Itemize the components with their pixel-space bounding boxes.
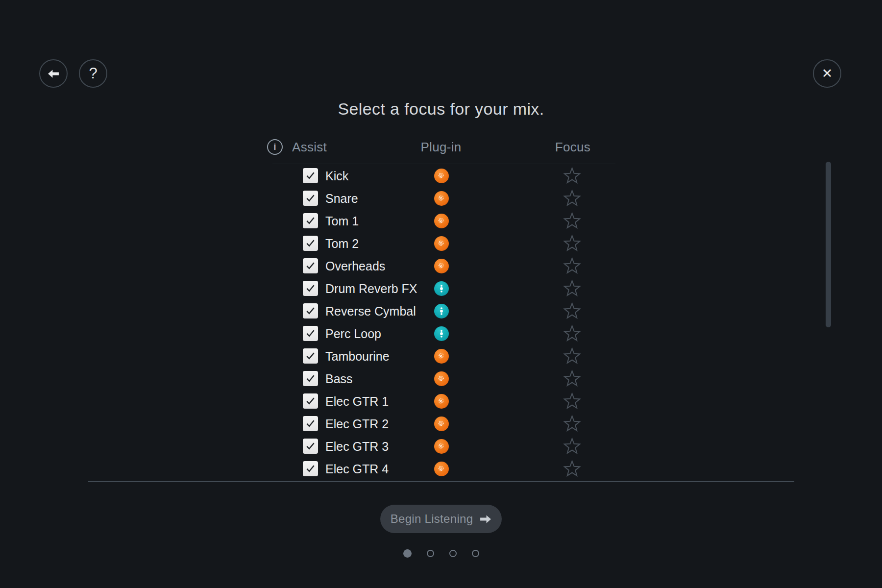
checkmark-icon <box>305 350 316 362</box>
focus-star-icon[interactable] <box>563 212 581 230</box>
info-icon[interactable]: i <box>267 139 283 155</box>
orange-dots-plugin-icon[interactable] <box>434 191 449 206</box>
help-button[interactable]: ? <box>79 59 107 88</box>
begin-listening-button[interactable]: Begin Listening <box>380 505 502 533</box>
orange-dots-plugin-icon[interactable] <box>434 439 449 454</box>
focus-star-icon[interactable] <box>563 234 581 252</box>
track-checkbox[interactable] <box>303 326 318 341</box>
track-row: Tom 1 <box>0 210 882 232</box>
teal-dots-glyph <box>434 281 449 296</box>
star-outline-glyph <box>563 279 581 297</box>
star-outline-glyph <box>563 257 581 275</box>
track-row: Perc Loop <box>0 322 882 345</box>
track-checkbox[interactable] <box>303 213 318 228</box>
focus-star-icon[interactable] <box>563 167 581 185</box>
begin-listening-label: Begin Listening <box>391 512 473 526</box>
question-mark-icon: ? <box>89 66 97 81</box>
focus-star-icon[interactable] <box>563 324 581 343</box>
track-checkbox[interactable] <box>303 439 318 454</box>
focus-star-icon[interactable] <box>563 437 581 455</box>
back-button[interactable] <box>39 59 68 88</box>
track-label: Tom 2 <box>325 232 359 255</box>
orange-dots-glyph <box>434 169 449 183</box>
page-indicator <box>0 548 882 558</box>
page-dot[interactable] <box>427 550 434 557</box>
teal-dots-plugin-icon[interactable] <box>434 281 449 296</box>
orange-dots-glyph <box>434 371 449 386</box>
page-dot[interactable] <box>472 550 479 557</box>
page-dot[interactable] <box>449 550 457 557</box>
focus-star-icon[interactable] <box>563 460 581 478</box>
focus-star-icon[interactable] <box>563 415 581 433</box>
checkmark-icon <box>305 170 316 181</box>
track-checkbox[interactable] <box>303 258 318 273</box>
teal-dots-glyph <box>434 304 449 318</box>
track-row: Snare <box>0 187 882 210</box>
track-checkbox[interactable] <box>303 371 318 386</box>
star-outline-glyph <box>563 437 581 455</box>
teal-dots-plugin-icon[interactable] <box>434 304 449 318</box>
track-checkbox[interactable] <box>303 348 318 364</box>
star-outline-glyph <box>563 347 581 365</box>
star-outline-glyph <box>563 369 581 388</box>
focus-star-icon[interactable] <box>563 189 581 207</box>
orange-dots-plugin-icon[interactable] <box>434 462 449 476</box>
track-checkbox[interactable] <box>303 281 318 296</box>
focus-star-icon[interactable] <box>563 302 581 320</box>
orange-dots-glyph <box>434 191 449 206</box>
star-outline-glyph <box>563 460 581 478</box>
track-label: Elec GTR 1 <box>325 390 389 413</box>
track-label: Bass <box>325 368 353 390</box>
orange-dots-plugin-icon[interactable] <box>434 416 449 431</box>
focus-star-icon[interactable] <box>563 279 581 297</box>
track-checkbox[interactable] <box>303 461 318 476</box>
checkmark-icon <box>305 418 316 429</box>
orange-dots-glyph <box>434 416 449 431</box>
checkmark-icon <box>305 238 316 249</box>
track-label: Reverse Cymbal <box>325 300 416 322</box>
checkmark-icon <box>305 328 316 339</box>
orange-dots-glyph <box>434 462 449 476</box>
back-arrow-icon <box>48 69 60 78</box>
star-outline-glyph <box>563 392 581 410</box>
track-checkbox[interactable] <box>303 393 318 409</box>
track-row: Tambourine <box>0 345 882 368</box>
focus-star-icon[interactable] <box>563 347 581 365</box>
orange-dots-plugin-icon[interactable] <box>434 394 449 409</box>
orange-dots-plugin-icon[interactable] <box>434 349 449 364</box>
focus-star-icon[interactable] <box>563 257 581 275</box>
checkmark-icon <box>305 373 316 384</box>
track-row: Kick <box>0 165 882 187</box>
track-checkbox[interactable] <box>303 416 318 431</box>
track-row: Elec GTR 4 <box>0 458 882 480</box>
track-checkbox[interactable] <box>303 191 318 206</box>
track-row: Reverse Cymbal <box>0 300 882 322</box>
orange-dots-plugin-icon[interactable] <box>434 236 449 251</box>
scrollbar-thumb[interactable] <box>826 162 831 327</box>
track-row: Overheads <box>0 255 882 277</box>
close-icon: ✕ <box>822 67 833 80</box>
orange-dots-plugin-icon[interactable] <box>434 371 449 386</box>
teal-dots-plugin-icon[interactable] <box>434 326 449 341</box>
track-label: Tambourine <box>325 345 390 368</box>
orange-dots-plugin-icon[interactable] <box>434 259 449 273</box>
track-checkbox[interactable] <box>303 303 318 318</box>
track-label: Overheads <box>325 255 385 277</box>
track-row: Drum Reverb FX <box>0 277 882 300</box>
checkmark-icon <box>305 463 316 474</box>
page-dot-active[interactable] <box>403 549 412 558</box>
track-label: Snare <box>325 187 358 210</box>
track-checkbox[interactable] <box>303 168 318 183</box>
orange-dots-plugin-icon[interactable] <box>434 169 449 183</box>
column-header-focus: Focus <box>555 139 590 155</box>
track-checkbox[interactable] <box>303 236 318 251</box>
checkmark-icon <box>305 260 316 271</box>
close-button[interactable]: ✕ <box>813 59 841 88</box>
track-label: Drum Reverb FX <box>325 277 417 300</box>
star-outline-glyph <box>563 212 581 230</box>
checkmark-icon <box>305 283 316 294</box>
focus-star-icon[interactable] <box>563 369 581 388</box>
track-label: Tom 1 <box>325 210 359 232</box>
orange-dots-plugin-icon[interactable] <box>434 214 449 228</box>
focus-star-icon[interactable] <box>563 392 581 410</box>
